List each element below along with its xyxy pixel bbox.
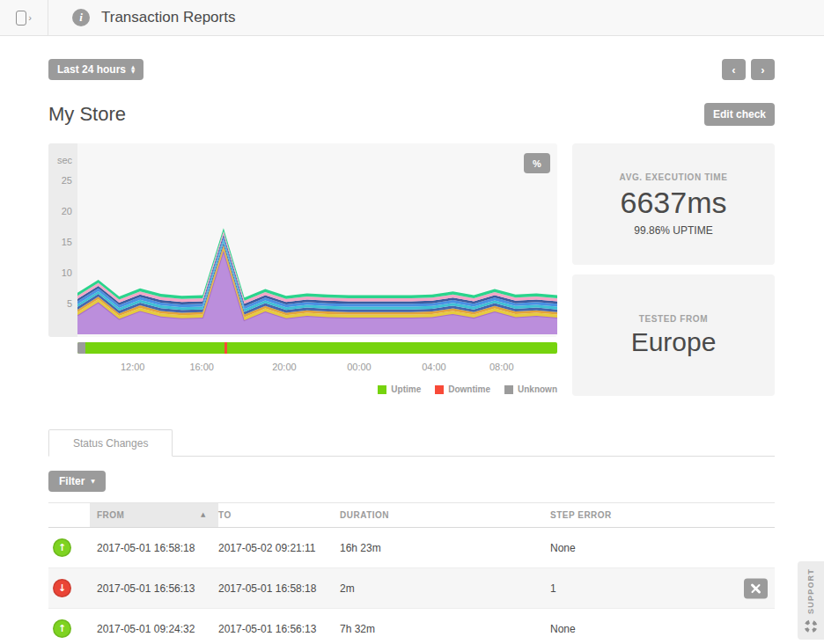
step-error-cell: None: [550, 609, 775, 644]
uptime-percentage: 99.86% UPTIME: [634, 224, 712, 237]
tested-from-card: TESTED FROM Europe: [572, 274, 775, 396]
table-row: ↑2017-05-01 09:24:322017-05-01 16:56:137…: [48, 609, 775, 644]
unknown-swatch-icon: [504, 385, 513, 394]
to-cell: 2017-05-01 16:58:18: [218, 568, 340, 609]
execution-time-chart: sec 510152025 %: [48, 143, 557, 337]
updown-icon: ▲▼: [131, 65, 135, 73]
duration-cell: 2m: [340, 568, 550, 609]
layer-green: [77, 228, 557, 301]
uptime-swatch-icon: [378, 385, 386, 394]
check-name: My Store: [48, 103, 126, 126]
column-status: [48, 503, 90, 528]
time-axis: 12:0016:0020:0000:0004:0008:00: [77, 362, 557, 374]
table-row: ↓2017-05-01 16:56:132017-05-01 16:58:182…: [48, 568, 775, 609]
duration-cell: 7h 32m: [340, 609, 550, 644]
info-icon[interactable]: i: [72, 9, 90, 26]
time-tick: 20:00: [272, 362, 297, 372]
time-tick: 16:00: [189, 362, 214, 372]
report-toolbar: Last 24 hours ▲▼ ‹ ›: [48, 59, 775, 80]
status-down-icon: ↓: [53, 579, 71, 597]
duration-cell: 16h 23m: [340, 528, 550, 568]
from-cell: 2017-05-01 16:58:18: [90, 528, 218, 568]
tab-bar: Status Changes: [48, 428, 775, 457]
unknown-segment: [77, 342, 85, 354]
from-cell: 2017-05-01 09:24:32: [90, 609, 218, 644]
downtime-marker: [224, 342, 227, 354]
from-cell: 2017-05-01 16:56:13: [90, 568, 218, 609]
column-to[interactable]: TO: [218, 503, 340, 528]
time-tick: 12:00: [121, 362, 145, 372]
legend-item-downtime: Downtime: [435, 384, 490, 394]
column-duration[interactable]: DURATION: [340, 503, 550, 528]
step-error-cell: 1: [550, 568, 775, 609]
y-tick-25: 25: [62, 174, 72, 187]
avg-execution-time-label: AVG. EXECUTION TIME: [620, 172, 728, 182]
chevron-down-icon: ▼: [91, 479, 95, 484]
lifebuoy-icon: [804, 619, 818, 633]
time-range-label: Last 24 hours: [57, 63, 126, 76]
time-tick: 08:00: [489, 362, 514, 372]
page-title: Transaction Reports: [101, 9, 235, 26]
root-cause-analysis-button[interactable]: [744, 578, 768, 598]
legend-item-unknown: Unknown: [504, 384, 557, 394]
y-tick-15: 15: [62, 236, 72, 248]
sidebar-toggle-button[interactable]: ›: [0, 0, 48, 35]
avg-execution-time-card: AVG. EXECUTION TIME 6637ms 99.86% UPTIME: [572, 143, 775, 265]
y-tick-10: 10: [62, 267, 72, 279]
y-tick-20: 20: [62, 205, 72, 217]
tested-from-label: TESTED FROM: [639, 314, 708, 324]
time-range-select[interactable]: Last 24 hours ▲▼: [48, 59, 143, 80]
to-cell: 2017-05-02 09:21:11: [218, 528, 340, 568]
next-period-button[interactable]: ›: [751, 59, 775, 80]
y-axis-unit: sec: [57, 154, 72, 166]
status-changes-table: FROM ▲ TO DURATION STEP ERROR ↑2017-05-0…: [48, 502, 775, 644]
uptime-timeline-bar[interactable]: [77, 342, 557, 354]
filter-label: Filter: [59, 475, 85, 487]
to-cell: 2017-05-01 16:56:13: [218, 609, 340, 644]
tested-from-value: Europe: [631, 327, 717, 357]
top-bar: › i Transaction Reports: [0, 0, 824, 36]
chart-legend: UptimeDowntimeUnknown: [48, 384, 557, 394]
percent-toggle-button[interactable]: %: [524, 153, 550, 173]
support-tab[interactable]: SUPPORT: [798, 561, 824, 640]
step-error-cell: None: [550, 528, 775, 568]
y-tick-5: 5: [67, 297, 72, 310]
chevron-right-icon: ›: [28, 13, 32, 23]
avg-execution-time-value: 6637ms: [621, 186, 727, 220]
downtime-swatch-icon: [435, 385, 444, 394]
time-tick: 00:00: [347, 362, 372, 372]
filter-button[interactable]: Filter ▼: [48, 471, 106, 492]
support-label: SUPPORT: [806, 568, 815, 614]
edit-check-button[interactable]: Edit check: [704, 103, 775, 126]
chart-plot-area: %: [77, 143, 557, 337]
prev-period-button[interactable]: ‹: [722, 59, 746, 80]
chart-y-axis: sec 510152025: [48, 143, 77, 337]
stacked-area-chart: [77, 143, 557, 337]
tab-status-changes[interactable]: Status Changes: [48, 429, 173, 457]
column-from[interactable]: FROM ▲: [90, 503, 218, 528]
sidebar-toggle-icon: [16, 11, 26, 26]
status-up-icon: ↑: [53, 619, 71, 638]
status-up-icon: ↑: [53, 538, 71, 557]
legend-item-uptime: Uptime: [378, 384, 421, 394]
table-row: ↑2017-05-01 16:58:182017-05-02 09:21:111…: [48, 528, 775, 568]
time-tick: 04:00: [422, 362, 446, 372]
column-step-error[interactable]: STEP ERROR: [550, 503, 775, 528]
table-header-row: FROM ▲ TO DURATION STEP ERROR: [48, 503, 775, 528]
crossed-tools-icon: [750, 582, 761, 594]
sort-ascending-icon: ▲: [201, 510, 206, 519]
